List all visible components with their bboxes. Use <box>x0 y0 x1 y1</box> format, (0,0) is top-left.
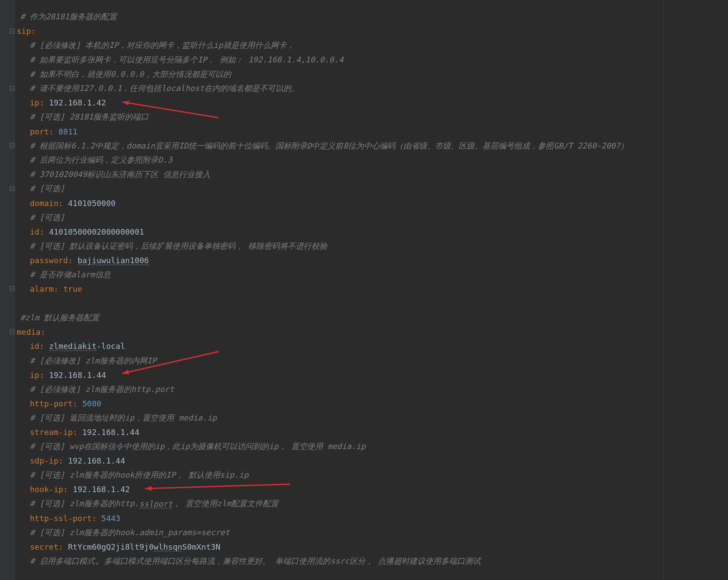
comment: # [必须修改] zlm服务器的http.port <box>30 384 174 395</box>
colon: : <box>58 456 68 465</box>
code-area[interactable]: # 作为28181服务器的配置sip:# [必须修改] 本机的IP，对应你的网卡… <box>15 0 663 580</box>
yaml-key: ip <box>30 98 40 107</box>
code-line[interactable]: # [可选] zlm服务器的hook.admin_params=secret <box>15 525 663 540</box>
yaml-value: 192.168.1.42 <box>49 98 106 107</box>
code-line[interactable]: id: 41010500002000000001 <box>15 225 663 239</box>
code-line[interactable]: # 后两位为行业编码，定义参照附录D.3 <box>15 153 663 167</box>
code-line[interactable]: # [必须修改] 本机的IP，对应你的网卡，监听什么ip就是使用什么网卡， <box>15 38 663 53</box>
yaml-value: 192.168.1.42 <box>73 485 130 494</box>
yaml-value: 41010500002000000001 <box>49 227 144 236</box>
code-line[interactable]: # 3701020049标识山东济南历下区 信息行业接入 <box>15 167 663 182</box>
code-line[interactable]: hook-ip: 192.168.1.42 <box>15 482 663 497</box>
comment-typo: sslport <box>139 499 173 508</box>
code-line[interactable]: http-ssl-port: 5443 <box>15 511 663 526</box>
yaml-key: alarm <box>30 284 54 294</box>
comment: ， 置空使用zlm配置文件配置 <box>173 498 279 509</box>
yaml-key: sdp-ip <box>30 456 58 465</box>
comment: # 作为28181服务器的配置 <box>20 11 117 22</box>
yaml-key: stream-ip <box>30 428 73 437</box>
code-line[interactable]: # [可选] zlm服务器的http.sslport， 置空使用zlm配置文件配… <box>15 497 663 511</box>
code-line[interactable]: port: 8011 <box>15 124 663 139</box>
code-line[interactable]: # 启用多端口模式, 多端口模式使用端口区分每路流，兼容性更好。 单端口使用流的… <box>15 554 663 569</box>
comment: # [可选] wvp在国标信令中使用的ip，此ip为摄像机可以访问到的ip， 置… <box>30 441 366 452</box>
yaml-key: ip <box>30 370 40 380</box>
code-line[interactable]: # 作为28181服务器的配置 <box>15 10 663 24</box>
code-line[interactable]: # [必须修改] zlm服务器的内网IP <box>15 353 663 368</box>
comment: # [可选] 默认设备认证密码，后续扩展使用设备单独密码， 移除密码将不进行校验 <box>30 241 327 251</box>
colon: : <box>40 370 49 380</box>
comment: # [必须修改] 本机的IP，对应你的网卡，监听什么ip就是使用什么网卡， <box>30 40 294 51</box>
comment: # [可选] <box>30 212 65 223</box>
code-line[interactable]: stream-ip: 192.168.1.44 <box>15 425 663 439</box>
code-line[interactable]: # [可选] <box>15 181 663 196</box>
code-line[interactable]: password: bajiuwulian1006 <box>15 253 663 268</box>
yaml-value: true <box>63 284 82 294</box>
yaml-key: id <box>30 227 40 236</box>
yaml-value-typo: zlmediakit <box>49 341 96 351</box>
fold-icon[interactable] <box>10 286 15 291</box>
code-editor[interactable]: # 作为28181服务器的配置sip:# [必须修改] 本机的IP，对应你的网卡… <box>0 0 728 580</box>
code-line[interactable]: # 请不要使用127.0.0.1，任何包括localhost在内的域名都是不可以… <box>15 81 663 96</box>
code-line[interactable]: # [可选] 返回流地址时的ip，置空使用 media.ip <box>15 411 663 425</box>
yaml-value: S0mXnt3N <box>182 542 221 551</box>
yaml-value: 8011 <box>58 127 77 136</box>
colon: : <box>63 485 73 494</box>
fold-icon[interactable] <box>10 143 15 148</box>
comment: # [可选] zlm服务器的http. <box>30 498 139 509</box>
code-line[interactable]: sip: <box>15 24 663 39</box>
colon: : <box>73 428 83 437</box>
yaml-key: port <box>30 127 49 136</box>
yaml-key: http-port <box>30 399 73 408</box>
fold-icon[interactable] <box>10 86 15 91</box>
yaml-key: http-ssl-port <box>30 514 92 523</box>
code-line[interactable]: ip: 192.168.1.42 <box>15 96 663 110</box>
code-line[interactable]: # 根据国标6.1.2中规定，domain宜采用ID统一编码的前十位编码。国标附… <box>15 138 663 153</box>
comment: # 启用多端口模式, 多端口模式使用端口区分每路流，兼容性更好。 单端口使用流的… <box>30 556 481 566</box>
yaml-value: 192.168.1.44 <box>68 456 125 465</box>
yaml-value: 5080 <box>82 399 101 408</box>
comment: # [必须修改] zlm服务器的内网IP <box>30 355 156 366</box>
code-line[interactable]: # [可选] 默认设备认证密码，后续扩展使用设备单独密码， 移除密码将不进行校验 <box>15 239 663 254</box>
code-line[interactable]: # [可选] 28181服务监听的端口 <box>15 110 663 124</box>
yaml-key: hook-ip <box>30 485 63 494</box>
comment: # [可选] 返回流地址时的ip，置空使用 media.ip <box>30 413 217 423</box>
colon: : <box>58 542 68 551</box>
code-line[interactable]: # [可选] wvp在国标信令中使用的ip，此ip为摄像机可以访问到的ip， 置… <box>15 439 663 454</box>
code-line[interactable]: id: zlmediakit-local <box>15 339 663 354</box>
yaml-value-typo: wlhsqn <box>154 542 182 551</box>
code-line[interactable]: alarm: true <box>15 282 663 296</box>
comment: # [可选] 28181服务监听的端口 <box>30 112 148 122</box>
code-line[interactable]: # 是否存储alarm信息 <box>15 268 663 282</box>
comment: # 3701020049标识山东济南历下区 信息行业接入 <box>30 169 210 180</box>
yaml-key: password <box>30 256 68 265</box>
code-line[interactable]: # 如果不明白，就使用0.0.0.0，大部分情况都是可以的 <box>15 67 663 81</box>
yaml-value: RtYcm60gQ2ji8lt9j0 <box>68 542 154 551</box>
colon: : <box>92 514 101 523</box>
code-line[interactable]: ip: 192.168.1.44 <box>15 368 663 382</box>
minimap-strip[interactable] <box>663 0 728 580</box>
colon: : <box>54 284 63 294</box>
code-line[interactable]: http-port: 5080 <box>15 396 663 411</box>
code-line[interactable]: secret: RtYcm60gQ2ji8lt9j0wlhsqnS0mXnt3N <box>15 540 663 554</box>
code-line[interactable]: # [可选] <box>15 210 663 225</box>
comment: #zlm 默认服务器配置 <box>20 312 99 323</box>
code-line[interactable]: sdp-ip: 192.168.1.44 <box>15 453 663 468</box>
yaml-value: 192.168.1.44 <box>82 428 139 437</box>
colon: : <box>40 327 45 337</box>
fold-icon[interactable] <box>10 29 15 34</box>
code-line[interactable]: # [可选] zlm服务器的hook所使用的IP， 默认使用sip.ip <box>15 468 663 482</box>
colon: : <box>40 341 49 351</box>
comment: # 后两位为行业编码，定义参照附录D.3 <box>30 155 172 165</box>
code-line[interactable]: # 如果要监听多张网卡，可以使用逗号分隔多个IP， 例如： 192.168.1.… <box>15 53 663 67</box>
colon: : <box>73 399 83 408</box>
code-line[interactable]: #zlm 默认服务器配置 <box>15 310 663 325</box>
code-line[interactable]: domain: 4101050000 <box>15 196 663 210</box>
colon: : <box>58 199 68 208</box>
code-line[interactable]: # [必须修改] zlm服务器的http.port <box>15 382 663 396</box>
fold-icon[interactable] <box>10 186 15 191</box>
code-line[interactable] <box>15 296 663 311</box>
yaml-key: id <box>30 341 40 351</box>
comment: # 如果要监听多张网卡，可以使用逗号分隔多个IP， 例如： 192.168.1.… <box>30 54 344 65</box>
code-line[interactable]: media: <box>15 325 663 339</box>
fold-icon[interactable] <box>10 329 15 334</box>
